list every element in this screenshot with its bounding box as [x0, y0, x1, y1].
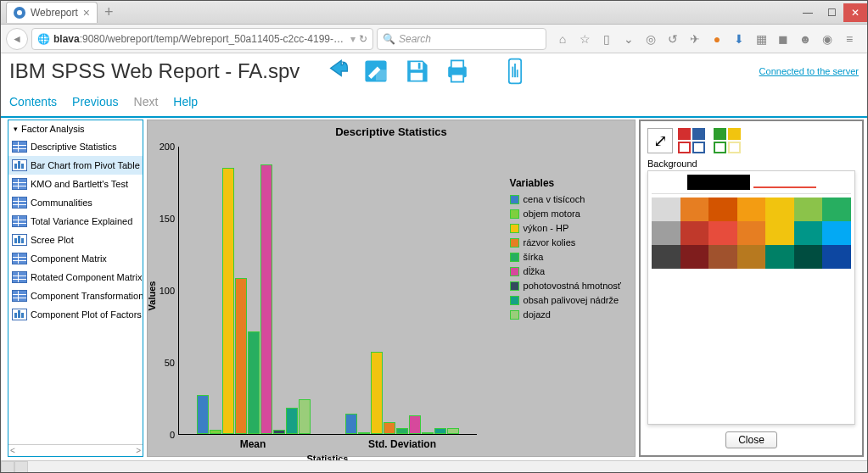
color-swatch[interactable] — [765, 198, 794, 221]
color-swatch[interactable] — [708, 245, 737, 269]
window-close-icon[interactable]: ✕ — [843, 3, 867, 22]
back-arrow-icon[interactable] — [316, 55, 354, 87]
color-swatch[interactable] — [737, 221, 766, 245]
menu-previous[interactable]: Previous — [72, 95, 118, 109]
search-icon: 🔍 — [383, 33, 395, 45]
star-icon[interactable]: ☆ — [577, 32, 592, 46]
style-preset-swatch[interactable] — [678, 128, 691, 140]
color-swatch[interactable] — [680, 198, 709, 221]
bar[interactable] — [434, 428, 446, 434]
edit-icon[interactable] — [357, 55, 395, 87]
color-swatch[interactable] — [765, 221, 794, 245]
mobile-icon[interactable] — [496, 55, 534, 87]
bar[interactable] — [248, 331, 260, 434]
bar[interactable] — [371, 352, 383, 434]
tree-item[interactable]: Component Plot of Factors — [8, 305, 143, 324]
tree-item[interactable]: KMO and Bartlett's Test — [8, 175, 143, 193]
menu-contents[interactable]: Contents — [9, 95, 57, 109]
tree-item[interactable]: Descriptive Statistics — [8, 137, 143, 156]
color-swatch[interactable] — [708, 198, 737, 221]
print-icon[interactable] — [439, 55, 476, 87]
color-swatch[interactable] — [822, 198, 851, 221]
style-preset-swatch[interactable] — [678, 142, 691, 153]
style-preset-swatch[interactable] — [692, 142, 705, 153]
color-swatch[interactable] — [652, 221, 680, 245]
bar[interactable] — [396, 428, 408, 434]
scale-icon[interactable]: ⤢ — [647, 128, 673, 153]
tree-item[interactable]: Bar Chart from Pivot Table — [8, 156, 143, 175]
addon1-icon[interactable]: ● — [709, 32, 725, 46]
tree-item[interactable]: Communalities — [8, 193, 143, 212]
search-input[interactable]: 🔍 Search — [377, 28, 546, 50]
tree-item[interactable]: Scree Plot — [8, 231, 143, 249]
addon3-icon[interactable]: ☻ — [798, 32, 813, 46]
url-input[interactable]: 🌐 blava:9080/webreport/temp/Webreport_50… — [31, 28, 373, 50]
bar[interactable] — [384, 422, 395, 434]
color-swatch[interactable] — [680, 245, 709, 269]
style-preset-swatch[interactable] — [728, 142, 741, 153]
tab-close-icon[interactable]: × — [83, 6, 90, 19]
menu-next[interactable]: Next — [134, 95, 159, 109]
bar[interactable] — [286, 408, 298, 434]
pocket-icon[interactable]: ⌄ — [621, 32, 636, 46]
tree-root[interactable]: ▾ Factor Analysis — [8, 120, 143, 137]
menu-icon[interactable]: ≡ — [842, 32, 857, 46]
chart-canvas[interactable]: Descriptive Statistics Values 0501001502… — [147, 120, 636, 457]
color-swatch[interactable] — [737, 198, 766, 221]
addon2-icon[interactable]: ◼ — [776, 32, 791, 46]
dropdown-icon[interactable]: ▾ — [350, 33, 356, 45]
home-icon[interactable]: ⌂ — [555, 32, 570, 46]
color-swatch[interactable] — [708, 221, 737, 245]
color-swatch[interactable] — [652, 198, 680, 221]
bar[interactable] — [447, 428, 459, 434]
send-icon[interactable]: ✈ — [687, 32, 703, 46]
window-maximize-icon[interactable]: ☐ — [820, 3, 843, 22]
reload-icon[interactable]: ↻ — [359, 33, 367, 45]
tree-item[interactable]: Component Matrix — [8, 249, 143, 268]
current-border-swatch[interactable] — [753, 186, 816, 188]
addon4-icon[interactable]: ◉ — [820, 32, 835, 46]
back-icon[interactable]: ◄ — [6, 28, 28, 50]
color-swatch[interactable] — [794, 221, 823, 245]
tree-item[interactable]: Component Transformation — [8, 287, 143, 305]
color-swatch[interactable] — [765, 245, 794, 269]
bar[interactable] — [260, 164, 272, 434]
bar[interactable] — [358, 432, 370, 434]
style-preset-swatch[interactable] — [692, 128, 705, 140]
bar[interactable] — [409, 415, 421, 434]
history-icon[interactable]: ↺ — [665, 32, 680, 46]
bar[interactable] — [222, 168, 234, 435]
color-swatch[interactable] — [737, 245, 766, 269]
bar[interactable] — [299, 399, 311, 434]
current-fill-swatch[interactable] — [687, 175, 750, 190]
bookmark-icon[interactable]: ▯ — [599, 32, 614, 46]
bar[interactable] — [235, 278, 247, 434]
color-swatch[interactable] — [652, 245, 680, 269]
menu-help[interactable]: Help — [173, 95, 198, 109]
bar[interactable] — [210, 430, 221, 434]
download-icon[interactable]: ⬇ — [731, 32, 747, 46]
new-tab-icon[interactable]: + — [104, 3, 114, 21]
close-button[interactable]: Close — [725, 431, 777, 448]
style-preset-swatch[interactable] — [714, 142, 726, 153]
style-preset-swatch[interactable] — [714, 128, 726, 140]
bar[interactable] — [197, 395, 209, 434]
browser-tab[interactable]: Webreport × — [6, 2, 98, 23]
bar[interactable] — [422, 432, 434, 434]
color-swatch[interactable] — [680, 221, 709, 245]
page-hscroll[interactable] — [1, 460, 867, 472]
window-minimize-icon[interactable]: ― — [796, 3, 820, 22]
color-swatch[interactable] — [794, 245, 823, 269]
bar[interactable] — [345, 414, 357, 434]
tree-item[interactable]: Total Variance Explained — [8, 212, 143, 231]
connection-status-link[interactable]: Connected to the server — [759, 66, 859, 76]
style-preset-swatch[interactable] — [728, 128, 741, 140]
color-swatch[interactable] — [822, 221, 851, 245]
save-icon[interactable] — [398, 55, 435, 87]
apps-icon[interactable]: ▦ — [753, 32, 769, 46]
color-swatch[interactable] — [822, 245, 851, 269]
sync-icon[interactable]: ◎ — [643, 32, 658, 46]
tree-item[interactable]: Rotated Component Matrix — [8, 268, 143, 287]
color-swatch[interactable] — [794, 198, 823, 221]
bar[interactable] — [273, 430, 285, 434]
